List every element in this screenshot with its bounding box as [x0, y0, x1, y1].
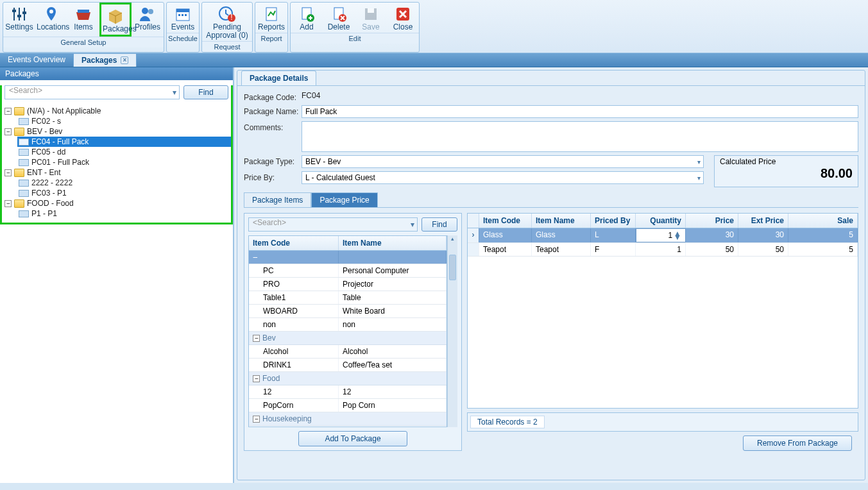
tree-folder[interactable]: ‒(N/A) - Not Applicable	[3, 106, 231, 116]
chevron-down-icon: ▾	[697, 158, 701, 165]
grid-row[interactable]: TeapotTeapotF150505	[468, 243, 858, 257]
collapse-icon[interactable]: ‒	[253, 375, 260, 382]
col-item-name[interactable]: Item Name	[532, 214, 591, 228]
comments-label: Comments:	[244, 121, 302, 132]
tab-packages[interactable]: Packages ×	[73, 53, 137, 67]
tree-search-input[interactable]: <Search> ▾	[4, 85, 180, 99]
package-name-input[interactable]	[302, 105, 858, 118]
profiles-button[interactable]: Profiles	[132, 3, 164, 37]
tab-close-icon[interactable]: ×	[121, 56, 128, 64]
box-icon	[103, 7, 128, 25]
settings-button[interactable]: Settings	[3, 3, 35, 37]
col-item-code[interactable]: Item Code	[249, 236, 339, 250]
tree-item[interactable]: FC04 - Full Pack	[17, 137, 231, 147]
collapse-icon[interactable]: ‒	[4, 128, 12, 135]
svg-rect-13	[182, 14, 183, 16]
col-item-name[interactable]: Item Name	[339, 236, 447, 250]
col-priced-by[interactable]: Priced By	[591, 214, 636, 228]
ribbon-group-schedule: Events Schedule	[166, 2, 200, 53]
tab-package-items[interactable]: Package Items	[244, 192, 311, 207]
chevron-down-icon: ▾	[697, 174, 701, 182]
package-type-select[interactable]: BEV - Bev ▾	[302, 155, 704, 168]
items-find-button[interactable]: Find	[421, 217, 457, 232]
ribbon-group-label: Edit	[291, 33, 419, 44]
grid-row[interactable]: AlcoholAlcohol	[249, 345, 447, 359]
tree-folder[interactable]: ‒ENT - Ent	[3, 167, 231, 178]
quantity-stepper[interactable]: 1▲▼	[636, 228, 686, 242]
available-items-grid[interactable]: Item CodeItem Name‒PCPersonal ComputerPR…	[248, 235, 447, 427]
tree-find-button[interactable]: Find	[183, 85, 228, 99]
document-tabs: Events Overview Packages ×	[0, 53, 868, 67]
locations-button[interactable]: Locations	[35, 3, 67, 37]
grid-row[interactable]: WBOARDWhite Board	[249, 305, 447, 318]
close-button[interactable]: Close	[387, 3, 419, 33]
tree-item[interactable]: FC02 - s	[17, 116, 231, 126]
comments-input[interactable]	[302, 121, 858, 152]
svg-rect-14	[185, 14, 187, 16]
grid-row[interactable]: 1212	[249, 385, 447, 399]
svg-text:!: !	[230, 13, 232, 22]
tree-item-label: P1 - P1	[31, 209, 57, 218]
tree-folder[interactable]: ‒FOOD - Food	[3, 198, 231, 208]
pending-approval-label: Pending Approval (0)	[203, 23, 251, 40]
delete-button[interactable]: Delete	[323, 3, 355, 33]
col-ext-price[interactable]: Ext Price	[738, 214, 788, 228]
price-by-select[interactable]: L - Calculated Guest ▾	[302, 171, 704, 184]
tree-item-label: FC04 - Full Pack	[31, 137, 89, 146]
items-button[interactable]: Items	[67, 3, 99, 37]
packages-tree[interactable]: ‒(N/A) - Not ApplicableFC02 - s‒BEV - Be…	[2, 106, 231, 219]
add-button[interactable]: Add	[291, 3, 323, 33]
packages-button[interactable]: Packages	[99, 3, 132, 37]
scrollbar[interactable]: ▴	[447, 235, 457, 427]
collapse-icon[interactable]: ‒	[253, 416, 260, 423]
add-to-package-button[interactable]: Add To Package	[298, 431, 407, 446]
save-button: Save	[355, 3, 387, 33]
package-name-label: Package Name:	[244, 105, 302, 116]
pending-approval-button[interactable]: ! Pending Approval (0)	[202, 3, 252, 41]
col-sale[interactable]: Sale	[788, 214, 858, 228]
tree-item-label: 2222 - 2222	[31, 178, 72, 187]
grid-row[interactable]: DRINK1Coffee/Tea set	[249, 359, 447, 372]
tab-package-price[interactable]: Package Price	[311, 192, 377, 207]
svg-rect-5	[22, 12, 26, 14]
collapse-icon[interactable]: ‒	[253, 335, 260, 342]
ribbon-group-label: Report	[255, 33, 287, 44]
tree-item[interactable]: FC05 - dd	[17, 147, 231, 157]
tree-folder[interactable]: ‒BEV - Bev	[3, 126, 231, 137]
svg-rect-24	[368, 8, 374, 13]
folder-icon	[14, 169, 24, 177]
grid-group[interactable]: ‒ Bev	[249, 332, 447, 345]
chevron-down-icon[interactable]: ▾	[173, 88, 176, 97]
grid-group[interactable]: ‒ Food	[249, 372, 447, 385]
grid-row[interactable]: PopCornPop Corn	[249, 399, 447, 412]
package-details-tab[interactable]: Package Details	[241, 71, 316, 85]
collapse-icon[interactable]: ‒	[4, 108, 12, 115]
grid-row[interactable]: PCPersonal Computer	[249, 264, 447, 278]
package-items-grid[interactable]: Item CodeItem NamePriced ByQuantityPrice…	[467, 213, 858, 409]
folder-icon	[14, 128, 24, 136]
tree-item[interactable]: PC01 - Full Pack	[17, 157, 231, 167]
grid-group[interactable]: ‒ Housekeeping	[249, 412, 447, 426]
tree-item[interactable]: FC03 - P1	[17, 188, 231, 198]
items-search-input[interactable]: <Search> ▾	[248, 217, 418, 232]
events-button[interactable]: Events	[167, 3, 199, 33]
col-item-code[interactable]: Item Code	[479, 214, 532, 228]
available-items-panel: <Search> ▾ Find Item CodeItem Name‒PCPer…	[244, 213, 462, 451]
col-price[interactable]: Price	[686, 214, 738, 228]
search-placeholder: <Search>	[253, 218, 286, 227]
tree-item[interactable]: P1 - P1	[17, 208, 231, 219]
col-quantity[interactable]: Quantity	[636, 214, 686, 228]
grid-row[interactable]: Table1Table	[249, 291, 447, 305]
spinner-buttons[interactable]: ▲▼	[674, 232, 681, 239]
collapse-icon[interactable]: ‒	[4, 200, 12, 207]
collapse-icon[interactable]: ‒	[4, 169, 12, 176]
grid-row[interactable]: nonnon	[249, 318, 447, 332]
reports-button[interactable]: Reports	[255, 3, 287, 33]
grid-row[interactable]: ›GlassGlassL1▲▼30305	[468, 228, 858, 243]
grid-row[interactable]: PROProjector	[249, 278, 447, 291]
tab-events-overview[interactable]: Events Overview	[0, 53, 73, 67]
tree-folder-label: BEV - Bev	[27, 127, 62, 136]
tree-item[interactable]: 2222 - 2222	[17, 178, 231, 188]
chevron-down-icon[interactable]: ▾	[411, 220, 414, 229]
remove-from-package-button[interactable]: Remove From Package	[743, 435, 852, 451]
